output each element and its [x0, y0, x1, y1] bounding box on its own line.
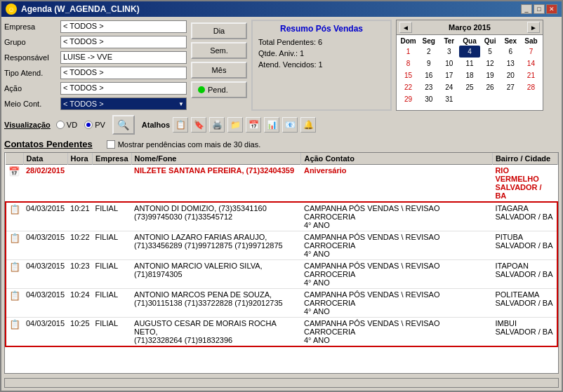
responsavel-field[interactable]: LUISE -> VVE	[60, 51, 187, 64]
row-hora: 10:22	[67, 231, 93, 260]
table-row[interactable]: 📋 04/03/2015 10:21 FILIAL ANTONIO DI DOM…	[6, 202, 557, 231]
cal-day-12[interactable]: 12	[480, 58, 501, 69]
cal-day-19[interactable]: 19	[480, 69, 501, 81]
cal-day-9[interactable]: 9	[418, 58, 439, 69]
calendar-next-button[interactable]: ►	[527, 22, 540, 33]
cal-day-18[interactable]: 18	[459, 69, 479, 81]
row-bairro: RIO VERMELHOSALVADOR / BA	[492, 165, 557, 203]
calendar-prev-button[interactable]: ◄	[399, 22, 412, 33]
radio-group: VD PV	[56, 121, 105, 129]
table-row[interactable]: 📋 04/03/2015 10:25 FILIAL AUGUSTO CESAR …	[6, 318, 557, 347]
maximize-button[interactable]: □	[534, 4, 545, 14]
sem-button[interactable]: Sem.	[191, 42, 247, 59]
cal-day-15[interactable]: 15	[398, 69, 418, 81]
dia-button[interactable]: Dia	[191, 22, 247, 39]
radio-pv[interactable]: PV	[84, 121, 105, 129]
resumo-line-2: Qtde. Aniv.: 1	[258, 48, 385, 59]
calendar-panel: ◄ Março 2015 ► Dom Seg Ter Qua Qui Sex S…	[396, 20, 543, 111]
cal-day-17[interactable]: 17	[439, 69, 459, 81]
atalho-3[interactable]: 🖨️	[209, 117, 225, 133]
atalho-8[interactable]: 🔔	[300, 117, 316, 133]
table-row[interactable]: 📋 04/03/2015 10:23 FILIAL ANTONIO MARCIO…	[6, 260, 557, 289]
pend-label: Pend.	[208, 86, 228, 94]
row-bairro: ITAGARASALVADOR / BA	[492, 202, 557, 231]
close-button[interactable]: ✕	[546, 4, 557, 14]
cal-day-8[interactable]: 8	[398, 58, 418, 69]
cal-day-27[interactable]: 27	[501, 81, 521, 93]
cal-day-4[interactable]: 4	[459, 46, 479, 58]
search-button[interactable]: 🔍	[112, 115, 135, 135]
resumo-panel: Resumo Pós Vendas Total Pendentes: 6 Qtd…	[251, 20, 392, 111]
radio-vd-label: VD	[67, 121, 77, 129]
checkbox-30days[interactable]	[107, 140, 115, 149]
cal-day-20[interactable]: 20	[501, 69, 521, 81]
row-acao: CAMPANHA PÓS VENDAS \ REVISAO CARROCERIA…	[301, 318, 492, 347]
pend-dot	[198, 86, 205, 93]
tipo-atend-label: Tipo Atend.	[4, 69, 60, 77]
empresa-field[interactable]: < TODOS >	[60, 20, 187, 33]
cal-day-25[interactable]: 25	[459, 81, 479, 93]
atalho-2[interactable]: 🔖	[191, 117, 206, 133]
atalho-7[interactable]: 📧	[282, 117, 298, 133]
cal-day-1[interactable]: 1	[398, 46, 418, 58]
cal-day-2[interactable]: 2	[418, 46, 439, 58]
acao-field[interactable]: < TODOS >	[60, 82, 187, 95]
acao-row: Ação < TODOS >	[4, 81, 187, 95]
radio-vd[interactable]: VD	[56, 121, 77, 129]
cal-day-23[interactable]: 23	[418, 81, 439, 93]
row-hora: 10:25	[67, 318, 93, 347]
table-row[interactable]: 📋 04/03/2015 10:24 FILIAL ANTONIO MARCOS…	[6, 289, 557, 318]
cal-header-seg: Seg	[418, 36, 439, 46]
cal-day-29[interactable]: 29	[398, 93, 418, 105]
atalho-1[interactable]: 📋	[173, 117, 188, 133]
table-container[interactable]: Data Hora Empresa Nome/Fone Ação Contato…	[4, 152, 559, 374]
cal-day-5[interactable]: 5	[480, 46, 501, 58]
cal-day-26[interactable]: 26	[480, 81, 501, 93]
row-acao: CAMPANHA PÓS VENDAS \ REVISAO CARROCERIA…	[301, 231, 492, 260]
table-row[interactable]: 📅 28/02/2015 NILZETE SANTANA PEREIRA, (7…	[6, 165, 557, 203]
resumo-title: Resumo Pós Vendas	[258, 24, 385, 34]
meio-cont-value: < TODOS >	[63, 100, 104, 108]
cal-day-3[interactable]: 3	[439, 46, 459, 58]
grupo-field[interactable]: < TODOS >	[60, 36, 187, 48]
table-header-row: Data Hora Empresa Nome/Fone Ação Contato…	[6, 153, 557, 165]
meio-cont-field[interactable]: < TODOS > ▼	[60, 97, 187, 110]
cal-day-31[interactable]: 31	[439, 93, 459, 105]
horizontal-scrollbar[interactable]	[4, 378, 559, 388]
checkbox-label: Mostrar pendências com mais de 30 dias.	[118, 140, 261, 149]
col-hora: Hora	[67, 153, 93, 165]
cal-day-16[interactable]: 16	[418, 69, 439, 81]
cal-day-7[interactable]: 7	[521, 46, 541, 58]
cal-day-6[interactable]: 6	[501, 46, 521, 58]
atalho-5[interactable]: 📅	[246, 117, 261, 133]
cal-day-14[interactable]: 14	[521, 58, 541, 69]
row-nome: ANTONIO MARCIO VALERIO SILVA,(71)8197430…	[131, 260, 301, 289]
cal-day-13[interactable]: 13	[501, 58, 521, 69]
atalho-6[interactable]: 📊	[264, 117, 279, 133]
pend-button[interactable]: Pend.	[191, 81, 247, 98]
cal-day-30[interactable]: 30	[418, 93, 439, 105]
cal-day-10[interactable]: 10	[439, 58, 459, 69]
cal-day-24[interactable]: 24	[439, 81, 459, 93]
middle-panel: Dia Sem. Mês Pend.	[191, 20, 247, 111]
cal-day-28[interactable]: 28	[521, 81, 541, 93]
cal-day-22[interactable]: 22	[398, 81, 418, 93]
title-bar: ☺ Agenda (W_AGENDA_CLINK) _ □ ✕	[1, 1, 562, 17]
grupo-row: Grupo < TODOS >	[4, 35, 187, 49]
atalho-4[interactable]: 📁	[227, 117, 243, 133]
row-icon-cell: 📋	[6, 260, 23, 289]
mes-button[interactable]: Mês	[191, 62, 247, 79]
cal-day-empty2	[480, 93, 501, 105]
table-row[interactable]: 📋 04/03/2015 10:22 FILIAL ANTONIO LAZARO…	[6, 231, 557, 260]
main-content: Empresa < TODOS > Grupo < TODOS > Respon…	[1, 17, 562, 391]
minimize-button[interactable]: _	[521, 4, 532, 14]
cal-day-21[interactable]: 21	[521, 69, 541, 81]
atalhos-panel: Atalhos 📋 🔖 🖨️ 📁 📅 📊 📧 🔔	[142, 117, 316, 133]
title-bar-left: ☺ Agenda (W_AGENDA_CLINK)	[6, 4, 140, 15]
checkbox-row[interactable]: Mostrar pendências com mais de 30 dias.	[107, 140, 261, 149]
tipo-atend-row: Tipo Atend. < TODOS >	[4, 66, 187, 80]
meio-cont-row: Meio Cont. < TODOS > ▼	[4, 97, 187, 111]
cal-day-11[interactable]: 11	[459, 58, 479, 69]
tipo-atend-field[interactable]: < TODOS >	[60, 67, 187, 79]
window-title: Agenda (W_AGENDA_CLINK)	[21, 4, 140, 14]
